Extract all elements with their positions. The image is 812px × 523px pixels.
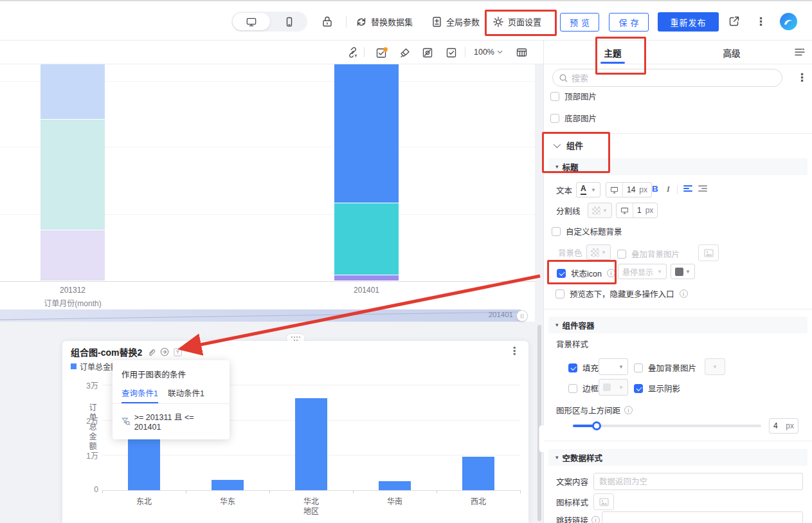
triangle-down-icon: ▾ <box>555 163 559 170</box>
italic-button[interactable]: I <box>667 184 670 194</box>
preview-hide-checkbox[interactable] <box>555 289 564 298</box>
custom-title-bg-checkbox[interactable] <box>552 227 561 236</box>
search-box[interactable] <box>552 69 782 87</box>
divider-width-control[interactable]: 1 px <box>616 203 658 218</box>
status-icon-color-dropdown[interactable]: ▼ <box>671 264 695 279</box>
page-settings-label: 页面设置 <box>508 15 541 28</box>
fill-checkbox[interactable] <box>568 363 577 372</box>
font-color-dropdown[interactable]: A ▼ <box>576 182 600 197</box>
title-section-header[interactable]: ▾ 标题 <box>548 158 807 175</box>
grid-settings-icon[interactable] <box>516 47 528 58</box>
align-right-button[interactable] <box>698 185 707 192</box>
slider-handle[interactable] <box>592 421 601 430</box>
transparent-swatch <box>592 206 600 215</box>
toolbar-separator <box>346 15 347 28</box>
caret-down-icon: ▼ <box>591 187 596 193</box>
x-axis-line <box>0 281 535 282</box>
bold-button[interactable]: B <box>652 184 658 194</box>
bar[interactable] <box>212 480 244 490</box>
save-button[interactable]: 保存 <box>609 13 649 32</box>
stacked-bar-segment[interactable] <box>41 230 105 280</box>
container-overlay-image-checkbox[interactable] <box>634 363 643 372</box>
phone-icon <box>285 17 294 27</box>
fill-color-dropdown[interactable]: ▼ <box>599 358 628 375</box>
top-toolbar: 替换数据集 全局参数 页面设置 预览 保存 重新发布 ⋮ <box>0 0 812 41</box>
stacked-bar-segment[interactable] <box>334 275 399 280</box>
bar[interactable] <box>379 481 411 490</box>
align-left-button[interactable] <box>683 185 692 192</box>
slider-handle[interactable] <box>516 310 528 322</box>
page-settings-button[interactable]: 页面设置 <box>492 1 541 42</box>
container-bg-image-button[interactable]: ▼ <box>705 358 725 375</box>
device-toggle-desktop[interactable] <box>233 13 270 30</box>
brush-icon[interactable] <box>399 47 411 59</box>
stacked-bar-segment[interactable] <box>41 120 105 230</box>
bar[interactable] <box>295 398 327 490</box>
hover-display-dropdown[interactable]: 悬停显示 ▼ <box>618 264 667 279</box>
status-icon-checkbox[interactable] <box>557 269 566 278</box>
jump-link-input[interactable] <box>602 511 803 523</box>
component-section-header[interactable]: 组件 <box>554 139 583 151</box>
lock-icon[interactable] <box>321 15 333 28</box>
empty-data-section-header[interactable]: ▾ 空数据样式 <box>548 449 807 466</box>
share-icon[interactable] <box>728 15 741 28</box>
avatar[interactable] <box>779 12 798 31</box>
x-axis-tick-label: 华南 <box>387 495 402 506</box>
device-toggle[interactable] <box>231 12 307 32</box>
link-filter-icon[interactable] <box>347 47 359 59</box>
device-toggle-mobile[interactable] <box>271 12 307 32</box>
container-overlay-image-label: 叠加背景图片 <box>648 362 696 374</box>
tab-advanced[interactable]: 高级 <box>719 46 744 59</box>
top-image-label: 顶部图片 <box>564 90 597 102</box>
bg-color-dropdown[interactable]: ▼ <box>586 244 611 260</box>
hide-component-icon[interactable] <box>422 47 434 59</box>
spacing-value-box[interactable]: 4 px <box>769 418 798 434</box>
tab-query-condition[interactable]: 查询条件1 <box>122 387 158 403</box>
tooltip-divider <box>113 403 230 404</box>
tab-linkage-condition[interactable]: 联动条件1 <box>168 387 204 403</box>
republish-button[interactable]: 重新发布 <box>658 12 719 32</box>
title-overlay-image-checkbox[interactable] <box>617 250 626 259</box>
replace-dataset-button[interactable]: 替换数据集 <box>356 1 413 42</box>
tab-theme[interactable]: 主题 <box>599 46 626 59</box>
stacked-bar-segment[interactable] <box>334 203 399 275</box>
font-size-control[interactable]: 14 px <box>606 182 652 197</box>
global-params-button[interactable]: 全局参数 <box>431 1 480 42</box>
monitor-icon <box>620 207 629 214</box>
stacked-bar-segment[interactable] <box>334 63 399 203</box>
border-color-dropdown[interactable]: ▼ <box>599 379 628 396</box>
zoom-dropdown[interactable]: 100% <box>474 48 503 57</box>
empty-text-input[interactable] <box>593 473 803 490</box>
bar[interactable] <box>462 457 494 490</box>
title-section-label: 标题 <box>563 161 579 173</box>
title-bg-image-button[interactable] <box>698 244 719 261</box>
monitor-icon <box>610 187 618 194</box>
icon-style-button[interactable] <box>593 493 614 510</box>
toolbar-separator <box>364 47 365 57</box>
stacked-bar-segment[interactable] <box>41 63 105 119</box>
more-menu-icon[interactable]: ⋮ <box>755 16 766 27</box>
data-zoom-slider[interactable]: 201401 <box>0 309 521 322</box>
canvas-scrollbar[interactable] <box>537 325 541 521</box>
spacing-slider-row: 4 px <box>544 418 812 434</box>
caret-down-icon: ▼ <box>618 364 624 370</box>
search-input[interactable] <box>572 73 775 83</box>
preview-button[interactable]: 预览 <box>560 13 599 32</box>
container-section-header[interactable]: ▾ 组件容器 <box>548 317 807 333</box>
axis-tick <box>102 490 103 493</box>
font-size-value: 14 <box>623 185 639 194</box>
top-image-checkbox[interactable] <box>550 92 559 101</box>
bottom-image-checkbox[interactable] <box>550 114 559 123</box>
divider-width-unit: px <box>645 206 658 215</box>
dataset-doc-icon[interactable] <box>375 47 388 59</box>
select-component-icon[interactable] <box>446 47 457 59</box>
jump-link-label: 跳转链接 <box>556 514 588 523</box>
panel-collapse-icon[interactable] <box>795 48 805 57</box>
divider-color-dropdown[interactable]: ▼ <box>588 203 612 218</box>
search-more-icon[interactable]: ⋮ <box>797 72 807 83</box>
border-checkbox[interactable] <box>568 384 577 393</box>
show-shadow-checkbox[interactable] <box>634 384 643 393</box>
caret-down-icon: ▼ <box>712 364 717 370</box>
bg-style-label: 背景样式 <box>556 338 588 350</box>
panel-collapse-notch[interactable] <box>539 425 544 453</box>
